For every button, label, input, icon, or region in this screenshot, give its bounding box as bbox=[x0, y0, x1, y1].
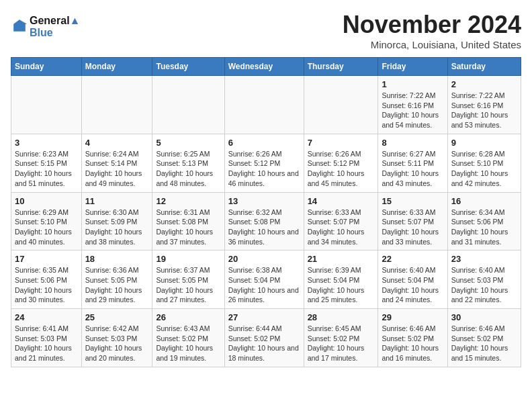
week-row-3: 10Sunrise: 6:29 AMSunset: 5:10 PMDayligh… bbox=[11, 192, 521, 250]
header-cell-thursday: Thursday bbox=[304, 58, 378, 76]
logo-line2: Blue bbox=[30, 27, 80, 39]
day-cell: 18Sunrise: 6:36 AMSunset: 5:05 PMDayligh… bbox=[81, 250, 152, 309]
day-cell: 15Sunrise: 6:33 AMSunset: 5:07 PMDayligh… bbox=[378, 192, 447, 250]
day-number: 24 bbox=[15, 312, 78, 322]
day-info: Sunrise: 6:26 AMSunset: 5:12 PMDaylight:… bbox=[228, 149, 300, 189]
day-number: 29 bbox=[382, 312, 443, 322]
day-info: Sunrise: 6:28 AMSunset: 5:10 PMDaylight:… bbox=[451, 149, 517, 189]
day-cell: 3Sunrise: 6:23 AMSunset: 5:15 PMDaylight… bbox=[11, 134, 82, 192]
day-number: 15 bbox=[382, 196, 443, 206]
header-cell-tuesday: Tuesday bbox=[152, 58, 224, 76]
day-info: Sunrise: 6:41 AMSunset: 5:03 PMDaylight:… bbox=[15, 324, 78, 363]
day-cell: 20Sunrise: 6:38 AMSunset: 5:04 PMDayligh… bbox=[224, 250, 304, 309]
day-cell: 19Sunrise: 6:37 AMSunset: 5:05 PMDayligh… bbox=[152, 250, 224, 309]
week-row-4: 17Sunrise: 6:35 AMSunset: 5:06 PMDayligh… bbox=[11, 250, 521, 309]
day-info: Sunrise: 6:27 AMSunset: 5:11 PMDaylight:… bbox=[382, 149, 443, 189]
day-info: Sunrise: 6:34 AMSunset: 5:06 PMDaylight:… bbox=[451, 208, 517, 247]
subtitle: Minorca, Louisiana, United States bbox=[343, 39, 521, 50]
day-info: Sunrise: 6:32 AMSunset: 5:08 PMDaylight:… bbox=[228, 208, 300, 247]
header-row: SundayMondayTuesdayWednesdayThursdayFrid… bbox=[11, 58, 521, 76]
day-info: Sunrise: 6:42 AMSunset: 5:03 PMDaylight:… bbox=[85, 324, 149, 363]
day-number: 7 bbox=[308, 138, 375, 148]
day-cell: 21Sunrise: 6:39 AMSunset: 5:04 PMDayligh… bbox=[304, 250, 378, 309]
day-info: Sunrise: 6:33 AMSunset: 5:07 PMDaylight:… bbox=[308, 208, 375, 247]
day-number: 21 bbox=[308, 254, 375, 264]
day-cell bbox=[11, 76, 82, 134]
day-cell: 12Sunrise: 6:31 AMSunset: 5:08 PMDayligh… bbox=[152, 192, 224, 250]
day-cell bbox=[81, 76, 152, 134]
day-info: Sunrise: 6:44 AMSunset: 5:02 PMDaylight:… bbox=[228, 324, 300, 363]
day-info: Sunrise: 6:30 AMSunset: 5:09 PMDaylight:… bbox=[85, 208, 149, 247]
day-info: Sunrise: 6:36 AMSunset: 5:05 PMDaylight:… bbox=[85, 265, 149, 305]
day-number: 23 bbox=[451, 254, 517, 264]
day-cell: 24Sunrise: 6:41 AMSunset: 5:03 PMDayligh… bbox=[11, 309, 82, 367]
day-number: 9 bbox=[451, 138, 517, 148]
day-info: Sunrise: 6:23 AMSunset: 5:15 PMDaylight:… bbox=[15, 149, 78, 189]
day-info: Sunrise: 6:37 AMSunset: 5:05 PMDaylight:… bbox=[156, 265, 220, 305]
day-cell bbox=[304, 76, 378, 134]
day-number: 11 bbox=[85, 196, 149, 206]
day-info: Sunrise: 6:46 AMSunset: 5:02 PMDaylight:… bbox=[451, 324, 517, 363]
calendar-table: SundayMondayTuesdayWednesdayThursdayFrid… bbox=[11, 57, 521, 367]
day-info: Sunrise: 6:25 AMSunset: 5:13 PMDaylight:… bbox=[156, 149, 220, 189]
day-cell: 9Sunrise: 6:28 AMSunset: 5:10 PMDaylight… bbox=[447, 134, 521, 192]
header-cell-saturday: Saturday bbox=[447, 58, 521, 76]
header-cell-wednesday: Wednesday bbox=[224, 58, 304, 76]
day-info: Sunrise: 6:43 AMSunset: 5:02 PMDaylight:… bbox=[156, 324, 220, 363]
day-number: 1 bbox=[382, 79, 443, 89]
svg-marker-0 bbox=[13, 19, 26, 32]
day-cell bbox=[224, 76, 304, 134]
day-info: Sunrise: 6:31 AMSunset: 5:08 PMDaylight:… bbox=[156, 208, 220, 247]
week-row-5: 24Sunrise: 6:41 AMSunset: 5:03 PMDayligh… bbox=[11, 309, 521, 367]
day-info: Sunrise: 6:24 AMSunset: 5:14 PMDaylight:… bbox=[85, 149, 149, 189]
day-number: 27 bbox=[228, 312, 300, 322]
logo-icon bbox=[12, 18, 27, 33]
day-cell: 8Sunrise: 6:27 AMSunset: 5:11 PMDaylight… bbox=[378, 134, 447, 192]
day-cell: 30Sunrise: 6:46 AMSunset: 5:02 PMDayligh… bbox=[447, 309, 521, 367]
day-info: Sunrise: 6:26 AMSunset: 5:12 PMDaylight:… bbox=[308, 149, 375, 189]
day-cell: 14Sunrise: 6:33 AMSunset: 5:07 PMDayligh… bbox=[304, 192, 378, 250]
day-info: Sunrise: 6:29 AMSunset: 5:10 PMDaylight:… bbox=[15, 208, 78, 247]
day-cell: 7Sunrise: 6:26 AMSunset: 5:12 PMDaylight… bbox=[304, 134, 378, 192]
day-info: Sunrise: 6:46 AMSunset: 5:02 PMDaylight:… bbox=[382, 324, 443, 363]
day-cell: 10Sunrise: 6:29 AMSunset: 5:10 PMDayligh… bbox=[11, 192, 82, 250]
day-cell: 17Sunrise: 6:35 AMSunset: 5:06 PMDayligh… bbox=[11, 250, 82, 309]
day-number: 17 bbox=[15, 254, 78, 264]
day-info: Sunrise: 6:40 AMSunset: 5:04 PMDaylight:… bbox=[382, 265, 443, 305]
day-cell: 25Sunrise: 6:42 AMSunset: 5:03 PMDayligh… bbox=[81, 309, 152, 367]
day-cell: 16Sunrise: 6:34 AMSunset: 5:06 PMDayligh… bbox=[447, 192, 521, 250]
day-cell: 2Sunrise: 7:22 AMSunset: 6:16 PMDaylight… bbox=[447, 76, 521, 134]
day-cell bbox=[152, 76, 224, 134]
day-number: 6 bbox=[228, 138, 300, 148]
page-header: General▲ Blue November 2024 Minorca, Lou… bbox=[11, 11, 521, 50]
day-cell: 5Sunrise: 6:25 AMSunset: 5:13 PMDaylight… bbox=[152, 134, 224, 192]
day-cell: 11Sunrise: 6:30 AMSunset: 5:09 PMDayligh… bbox=[81, 192, 152, 250]
day-info: Sunrise: 6:45 AMSunset: 5:02 PMDaylight:… bbox=[308, 324, 375, 363]
day-cell: 13Sunrise: 6:32 AMSunset: 5:08 PMDayligh… bbox=[224, 192, 304, 250]
day-number: 19 bbox=[156, 254, 220, 264]
day-number: 20 bbox=[228, 254, 300, 264]
day-number: 30 bbox=[451, 312, 517, 322]
day-number: 2 bbox=[451, 79, 517, 89]
day-number: 13 bbox=[228, 196, 300, 206]
day-info: Sunrise: 6:40 AMSunset: 5:03 PMDaylight:… bbox=[451, 265, 517, 305]
header-cell-sunday: Sunday bbox=[11, 58, 82, 76]
title-area: November 2024 Minorca, Louisiana, United… bbox=[343, 11, 521, 50]
day-number: 18 bbox=[85, 254, 149, 264]
day-cell: 22Sunrise: 6:40 AMSunset: 5:04 PMDayligh… bbox=[378, 250, 447, 309]
week-row-1: 1Sunrise: 7:22 AMSunset: 6:16 PMDaylight… bbox=[11, 76, 521, 134]
logo: General▲ Blue bbox=[11, 15, 80, 39]
day-cell: 26Sunrise: 6:43 AMSunset: 5:02 PMDayligh… bbox=[152, 309, 224, 367]
day-cell: 29Sunrise: 6:46 AMSunset: 5:02 PMDayligh… bbox=[378, 309, 447, 367]
logo-line1: General▲ bbox=[30, 15, 80, 27]
day-number: 3 bbox=[15, 138, 78, 148]
day-info: Sunrise: 7:22 AMSunset: 6:16 PMDaylight:… bbox=[451, 91, 517, 130]
day-number: 22 bbox=[382, 254, 443, 264]
day-number: 12 bbox=[156, 196, 220, 206]
day-number: 16 bbox=[451, 196, 517, 206]
day-number: 4 bbox=[85, 138, 149, 148]
day-number: 10 bbox=[15, 196, 78, 206]
day-cell: 1Sunrise: 7:22 AMSunset: 6:16 PMDaylight… bbox=[378, 76, 447, 134]
day-info: Sunrise: 6:35 AMSunset: 5:06 PMDaylight:… bbox=[15, 265, 78, 305]
day-info: Sunrise: 6:33 AMSunset: 5:07 PMDaylight:… bbox=[382, 208, 443, 247]
